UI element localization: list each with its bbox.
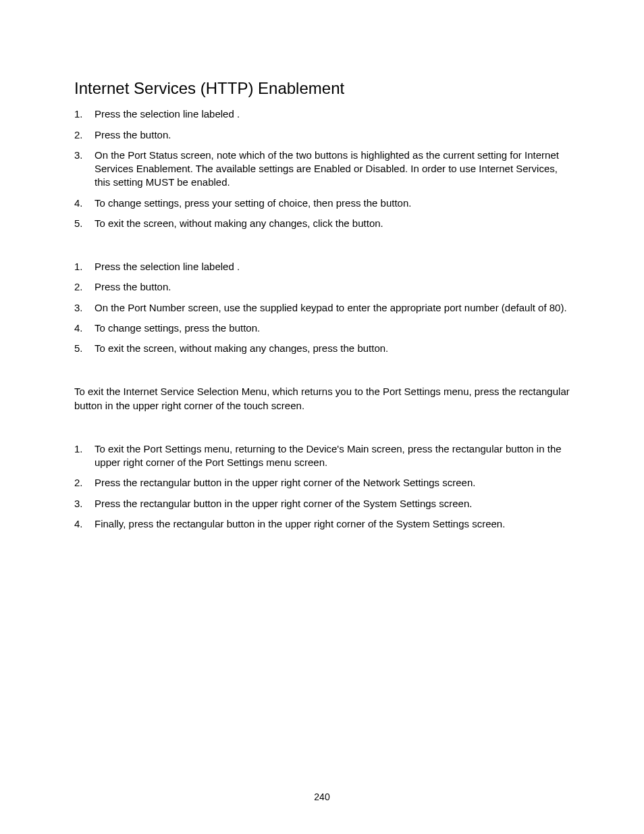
steps-list-3: To exit the Port Settings menu, returnin…: [74, 442, 572, 531]
list-item: Finally, press the rectangular button in…: [74, 517, 572, 531]
steps-list-1: Press the selection line labeled . Press…: [74, 107, 572, 230]
list-item: To change settings, press your setting o…: [74, 197, 572, 210]
list-item: To exit the screen, without making any c…: [74, 342, 572, 355]
list-item: Press the selection line labeled .: [74, 107, 572, 121]
list-item: Press the button.: [74, 128, 572, 142]
list-item: Press the rectangular button in the uppe…: [74, 497, 572, 511]
list-item: Press the selection line labeled .: [74, 260, 572, 273]
body-paragraph: To exit the Internet Service Selection M…: [74, 385, 572, 413]
list-item: On the Port Number screen, use the suppl…: [74, 301, 572, 315]
page-number: 240: [0, 791, 644, 804]
page-title: Internet Services (HTTP) Enablement: [74, 78, 572, 99]
list-item: Press the button.: [74, 280, 572, 294]
list-item: To exit the Port Settings menu, returnin…: [74, 442, 572, 470]
list-item: Press the rectangular button in the uppe…: [74, 476, 572, 490]
list-item: To change settings, press the button.: [74, 321, 572, 335]
list-item: On the Port Status screen, note which of…: [74, 149, 572, 190]
document-page: Internet Services (HTTP) Enablement Pres…: [0, 0, 644, 531]
list-item: To exit the screen, without making any c…: [74, 217, 572, 230]
steps-list-2: Press the selection line labeled . Press…: [74, 260, 572, 355]
